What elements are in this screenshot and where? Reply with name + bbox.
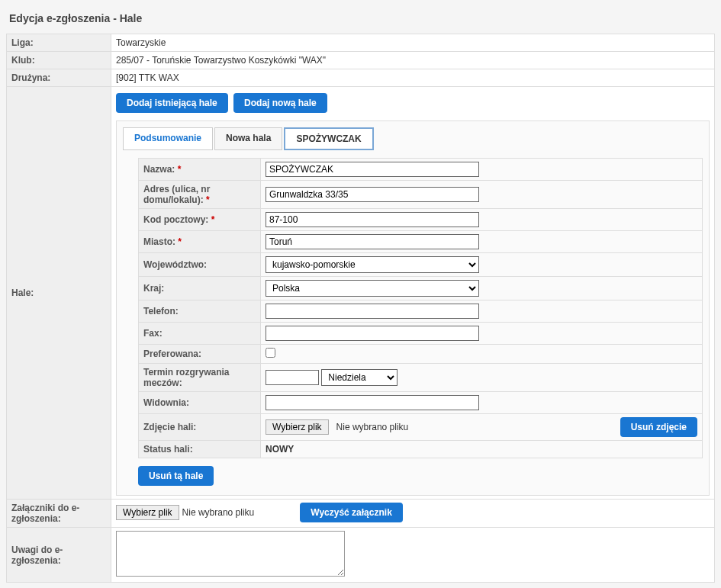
termin-label: Termin rozgrywania meczów: xyxy=(139,364,261,392)
termin-time-input[interactable] xyxy=(266,370,319,385)
attachment-file-choose-button[interactable]: Wybierz plik xyxy=(116,505,179,520)
photo-file-choose-button[interactable]: Wybierz plik xyxy=(266,419,329,435)
main-form-table: Liga: Towarzyskie Klub: 285/07 - Toruńsk… xyxy=(6,34,715,583)
fax-label: Fax: xyxy=(139,323,261,345)
woj-select[interactable]: kujawsko-pomorskie xyxy=(266,256,479,273)
telefon-input[interactable] xyxy=(266,304,479,319)
notes-label: Uwagi do e-zgłoszenia: xyxy=(7,528,111,583)
widownia-input[interactable] xyxy=(266,395,479,410)
adres-input[interactable] xyxy=(266,187,479,202)
nazwa-label: Nazwa: xyxy=(143,164,175,175)
hale-section-content: Dodaj istniejącą hale Dodaj nową hale Po… xyxy=(111,87,715,500)
termin-day-select[interactable]: Niedziela xyxy=(321,369,398,386)
zdjecie-label: Zdjęcie hali: xyxy=(139,414,261,441)
kod-input[interactable] xyxy=(266,212,479,227)
add-existing-hall-button[interactable]: Dodaj istniejącą hale xyxy=(116,93,228,113)
miasto-label: Miasto: xyxy=(143,236,175,247)
clear-attachment-button[interactable]: Wyczyść załącznik xyxy=(300,503,403,522)
hall-form-table: Nazwa: * Adres (ulica, nr domu/lokalu): … xyxy=(138,158,703,458)
tab-new-hall[interactable]: Nowa hala xyxy=(214,127,282,150)
tab-summary[interactable]: Podsumowanie xyxy=(123,127,213,150)
attachments-label: Załączniki do e-zgłoszenia: xyxy=(7,500,111,528)
tab-spozywczak[interactable]: SPOŻYWCZAK xyxy=(284,127,373,150)
page-title: Edycja e-zgłoszenia - Hale xyxy=(6,6,715,34)
kraj-select[interactable]: Polska xyxy=(266,280,479,297)
klub-value: 285/07 - Toruńskie Towarzystwo Koszykówk… xyxy=(111,52,715,69)
remove-photo-button[interactable]: Usuń zdjęcie xyxy=(620,417,697,437)
add-new-hall-button[interactable]: Dodaj nową hale xyxy=(233,93,327,113)
liga-label: Liga: xyxy=(7,34,111,52)
kraj-label: Kraj: xyxy=(139,277,261,300)
photo-file-status: Nie wybrano pliku xyxy=(336,422,409,432)
required-star: * xyxy=(175,164,181,175)
pref-checkbox[interactable] xyxy=(266,348,275,358)
liga-value: Towarzyskie xyxy=(111,34,715,52)
tab-bar: Podsumowanie Nowa hala SPOŻYWCZAK xyxy=(123,127,703,150)
nazwa-input[interactable] xyxy=(266,162,479,177)
pref-label: Preferowana: xyxy=(139,345,261,364)
telefon-label: Telefon: xyxy=(139,300,261,323)
halls-tab-panel: Podsumowanie Nowa hala SPOŻYWCZAK Nazwa:… xyxy=(116,120,710,496)
status-value: NOWY xyxy=(261,441,703,458)
druzyna-label: Drużyna: xyxy=(7,69,111,87)
fax-input[interactable] xyxy=(266,326,479,341)
woj-label: Województwo: xyxy=(139,253,261,277)
miasto-input[interactable] xyxy=(266,234,479,249)
hale-section-label: Hale: xyxy=(7,87,111,500)
action-bar: Wyślij Zapisz kopię roboczą Powrót xyxy=(6,583,715,588)
status-label: Status hali: xyxy=(139,441,261,458)
remove-hall-button[interactable]: Usuń tą hale xyxy=(138,466,214,486)
notes-textarea[interactable] xyxy=(116,531,345,577)
widownia-label: Widownia: xyxy=(139,392,261,414)
attachment-file-status: Nie wybrano pliku xyxy=(182,507,255,518)
adres-label: Adres (ulica, nr domu/lokalu): xyxy=(143,184,210,205)
required-star: * xyxy=(175,236,182,247)
klub-label: Klub: xyxy=(7,52,111,69)
druzyna-value: [902] TTK WAX xyxy=(111,69,715,87)
required-star: * xyxy=(208,214,214,225)
required-star: * xyxy=(204,194,210,205)
kod-label: Kod pocztowy: xyxy=(143,214,208,225)
